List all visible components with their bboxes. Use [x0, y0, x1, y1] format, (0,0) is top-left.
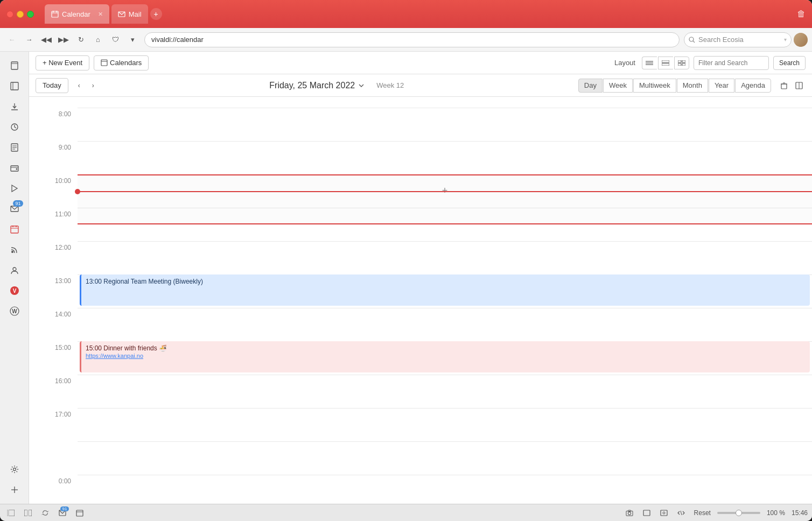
view-toggle-icon: [795, 82, 803, 89]
sidebar-item-notes[interactable]: [5, 138, 24, 157]
sidebar-toggle-icon: [7, 510, 15, 516]
sidebar-item-bookmark[interactable]: [5, 56, 24, 75]
day-slot-11[interactable]: [78, 208, 812, 241]
event-regional-meeting[interactable]: 13:00 Regional Team Meeting (Biweekly): [80, 274, 810, 306]
url-bar[interactable]: vivaldi://calendar: [144, 32, 680, 47]
sidebar-item-calendar[interactable]: [5, 220, 24, 239]
view-month[interactable]: Month: [677, 79, 708, 93]
reload-button[interactable]: ↻: [73, 32, 88, 47]
new-event-button[interactable]: + New Event: [36, 55, 89, 71]
forward-button[interactable]: →: [22, 32, 37, 47]
view-year[interactable]: Year: [709, 79, 734, 93]
current-time-line: [78, 191, 812, 192]
status-calendar[interactable]: [73, 506, 86, 519]
search-dropdown-icon[interactable]: ▾: [784, 37, 787, 43]
sidebar-item-contacts[interactable]: [5, 260, 24, 280]
minimize-button[interactable]: [17, 11, 24, 18]
day-slot-19[interactable]: [78, 475, 812, 504]
layout-compact-icon: [646, 60, 653, 66]
svg-point-5: [689, 37, 694, 41]
event-dinner-friends[interactable]: 15:00 Dinner with friends 🍜 https://www.…: [80, 341, 810, 372]
sidebar-item-history[interactable]: [5, 117, 24, 137]
next-button[interactable]: ›: [87, 79, 100, 92]
reset-label[interactable]: Reset: [694, 509, 711, 517]
avatar[interactable]: [794, 33, 808, 47]
mail-tab-icon: [118, 10, 125, 18]
prev-button[interactable]: ‹: [73, 79, 86, 92]
status-window[interactable]: [640, 506, 653, 519]
status-mail-badge: 91: [60, 506, 69, 511]
time-slot-9: 9:00: [29, 141, 78, 174]
date-dropdown-icon[interactable]: [358, 82, 365, 89]
tab-calendar-close[interactable]: ✕: [98, 11, 103, 18]
status-panel-toggle[interactable]: [22, 506, 34, 519]
back-button[interactable]: ←: [4, 32, 19, 47]
layout-btn-expanded[interactable]: [674, 57, 689, 69]
view-buttons: Day Week Multiweek Month Year Agenda: [578, 79, 771, 93]
url-text: vivaldi://calendar: [151, 36, 204, 44]
layout-btn-compact[interactable]: [642, 57, 657, 69]
svg-text:W: W: [12, 308, 17, 314]
svg-rect-43: [682, 60, 685, 62]
sidebar-item-mail[interactable]: 91: [5, 199, 24, 219]
day-slot-7[interactable]: [78, 97, 812, 108]
calendars-button[interactable]: Calendars: [94, 55, 149, 71]
sidebar-item-vivaldi[interactable]: V: [5, 281, 24, 300]
events-column[interactable]: +13:00 Regional Team Meeting (Biweekly) …: [78, 97, 812, 248]
status-media[interactable]: [657, 506, 670, 519]
dropdown-button[interactable]: ▾: [125, 32, 140, 47]
sidebar-item-panel[interactable]: [5, 76, 24, 96]
sidebar-item-wallet[interactable]: [5, 158, 24, 178]
skip-back-button[interactable]: ◀◀: [39, 32, 54, 47]
status-code[interactable]: [675, 506, 688, 519]
home-button[interactable]: ⌂: [90, 32, 106, 47]
sidebar-item-add[interactable]: [5, 480, 24, 499]
day-slot-9[interactable]: [78, 141, 812, 174]
status-sync[interactable]: [39, 506, 52, 519]
sidebar-item-break[interactable]: [5, 179, 24, 198]
search-button[interactable]: Search: [773, 56, 806, 70]
trash-button[interactable]: 🗑: [797, 9, 806, 19]
add-tab-button[interactable]: +: [150, 8, 162, 20]
status-mail[interactable]: 91: [56, 506, 69, 519]
svg-line-6: [693, 41, 695, 43]
layout-medium-icon: [662, 60, 669, 66]
view-toggle-icon-btn[interactable]: [793, 79, 806, 92]
view-day[interactable]: Day: [578, 79, 603, 93]
search-bar[interactable]: Search Ecosia ▾: [684, 32, 792, 47]
today-button[interactable]: Today: [36, 78, 68, 93]
skip-forward-button[interactable]: ▶▶: [56, 32, 71, 47]
delete-icon-btn[interactable]: [778, 79, 790, 92]
tab-calendar[interactable]: Calendar ✕: [45, 4, 109, 24]
day-slot-8[interactable]: [78, 108, 812, 141]
sidebar-item-feed[interactable]: [5, 240, 24, 259]
sidebar-item-download[interactable]: [5, 97, 24, 116]
day-slot-17[interactable]: [78, 408, 812, 441]
view-multiweek[interactable]: Multiweek: [633, 79, 676, 93]
day-slot-14[interactable]: [78, 308, 812, 341]
filter-input[interactable]: [694, 56, 769, 70]
close-button[interactable]: [6, 11, 13, 18]
sidebar: 91 V W: [0, 52, 29, 504]
sidebar-item-settings[interactable]: [5, 460, 24, 479]
sidebar-item-wikipedia[interactable]: W: [5, 301, 24, 321]
tab-mail[interactable]: Mail: [111, 4, 148, 24]
event2-title: 15:00 Dinner with friends 🍜: [86, 344, 806, 352]
zoom-slider[interactable]: [717, 512, 760, 514]
status-screenshot[interactable]: [623, 506, 636, 519]
maximize-button[interactable]: [27, 11, 34, 18]
notes-icon: [10, 143, 19, 152]
status-sidebar-toggle[interactable]: [4, 506, 17, 519]
layout-btn-medium[interactable]: [658, 57, 673, 69]
day-slot-16[interactable]: [78, 375, 812, 408]
view-agenda[interactable]: Agenda: [735, 79, 771, 93]
time-slot-16: 16:00: [29, 375, 78, 408]
titlebar: Calendar ✕ Mail + 🗑: [0, 0, 812, 28]
day-slot-12[interactable]: [78, 241, 812, 274]
event2-link[interactable]: https://www.kanpai.no: [86, 353, 143, 359]
calendars-label: Calendars: [110, 59, 142, 67]
shield-button[interactable]: 🛡: [108, 32, 123, 47]
navbar: ← → ◀◀ ▶▶ ↻ ⌂ 🛡 ▾ vivaldi://calendar Sea…: [0, 28, 812, 52]
view-week[interactable]: Week: [603, 79, 633, 93]
day-slot-18[interactable]: [78, 441, 812, 475]
